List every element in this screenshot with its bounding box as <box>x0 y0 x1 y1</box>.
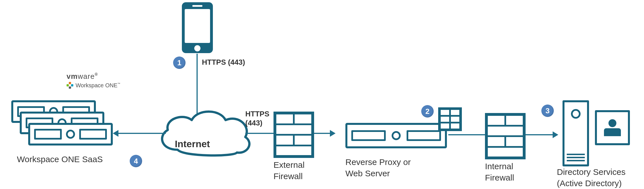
link-cloud-saas <box>118 133 166 134</box>
vmware-logo: vmware® Workspace ONE™ <box>67 72 120 89</box>
dir-label-2: (Active Directory) <box>557 178 622 189</box>
arrowhead-revproxy-dir <box>553 131 558 138</box>
external-firewall-icon <box>274 112 314 158</box>
workspace-one-icon <box>67 82 73 89</box>
int-fw-label-1: Internal <box>485 161 513 172</box>
mobile-device-icon <box>182 2 213 53</box>
reverse-proxy-server-icon <box>345 123 447 148</box>
vmware-strong: vm <box>67 72 78 81</box>
registered-mark: ® <box>95 72 98 77</box>
revproxy-label-2: Web Server <box>345 168 390 179</box>
proto-cloud-fw-2: (443) <box>245 119 263 127</box>
ext-fw-label-2: Firewall <box>274 171 303 182</box>
cloud-label: Internet <box>175 138 210 149</box>
revproxy-label-1: Reverse Proxy or <box>345 157 411 168</box>
saas-server-front <box>28 123 113 145</box>
saas-label: Workspace ONE SaaS <box>17 154 103 165</box>
proto-phone-internet: HTTPS (443) <box>202 58 245 67</box>
proto-cloud-fw-1: HTTPS <box>245 110 269 118</box>
int-fw-label-2: Firewall <box>485 172 514 183</box>
badge-1: 1 <box>173 57 186 69</box>
workspace-one-line: Workspace ONE™ <box>67 82 120 89</box>
host-firewall-icon <box>438 107 462 131</box>
arrowhead-cloud-extfw <box>330 130 336 137</box>
vmware-wordmark: vmware® <box>67 72 120 81</box>
cloud-icon <box>152 105 257 162</box>
badge-4: 4 <box>130 155 142 167</box>
dir-label-1: Directory Services <box>557 167 625 177</box>
vmware-light: ware <box>78 72 95 81</box>
ext-fw-label-1: External <box>274 160 305 170</box>
badge-2: 2 <box>421 105 434 118</box>
internal-firewall-icon <box>485 113 526 159</box>
workspace-one-text: Workspace ONE™ <box>76 82 120 89</box>
user-card-icon <box>595 110 630 145</box>
directory-server-icon <box>563 100 589 166</box>
arrowhead-cloud-saas <box>113 130 118 137</box>
badge-3: 3 <box>541 105 554 117</box>
